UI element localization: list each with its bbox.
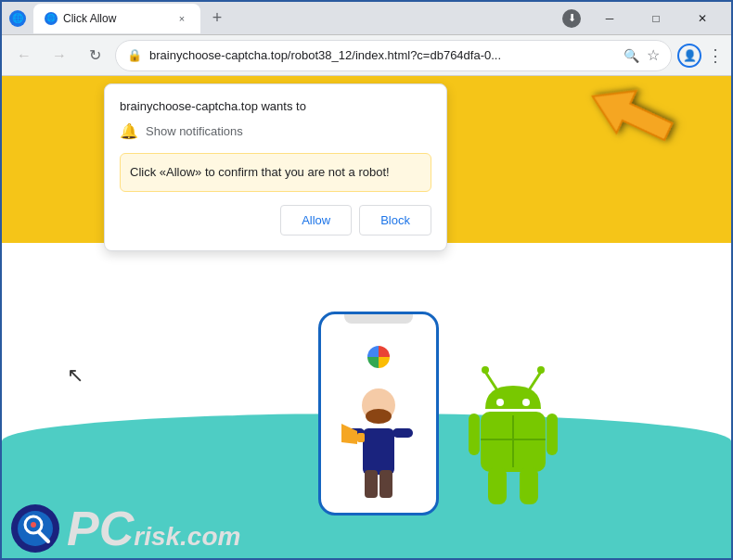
new-tab-button[interactable]: + [204, 6, 230, 32]
phone-illustration [318, 312, 439, 515]
svg-rect-19 [488, 467, 507, 504]
risk-text: risk.com [134, 522, 240, 551]
popup-buttons: Allow Block [120, 205, 431, 235]
android-robot-svg [467, 358, 559, 515]
window-icon: 🌐 [9, 10, 26, 27]
svg-rect-20 [520, 467, 538, 504]
tab-title: Click Allow [63, 12, 169, 25]
refresh-button[interactable]: ↻ [80, 41, 109, 70]
svg-rect-8 [365, 470, 378, 498]
svg-rect-3 [363, 428, 394, 475]
svg-point-14 [496, 399, 504, 406]
svg-rect-17 [469, 414, 480, 455]
phone-frame [318, 312, 439, 515]
pcrisk-logo-area: PCrisk.com [11, 504, 240, 553]
show-notifications-label: Show notifications [146, 124, 243, 138]
svg-rect-5 [392, 428, 413, 438]
notification-row: 🔔 Show notifications [120, 122, 431, 140]
svg-rect-7 [357, 433, 365, 442]
svg-line-11 [529, 372, 541, 390]
lock-icon: 🔒 [127, 48, 142, 62]
maximize-button[interactable]: □ [635, 4, 677, 33]
svg-point-12 [482, 366, 489, 374]
address-input[interactable]: 🔒 brainychoose-captcha.top/robot38_12/in… [115, 40, 672, 71]
bookmark-icon[interactable]: ☆ [647, 46, 660, 64]
search-icon[interactable]: 🔍 [624, 48, 639, 63]
window-controls: ─ □ ✕ [588, 4, 724, 33]
svg-point-2 [366, 409, 392, 424]
profile-icon[interactable]: 👤 [677, 44, 701, 68]
cursor: ↖ [67, 363, 84, 388]
popup-header: brainychoose-captcha.top wants to [120, 99, 431, 113]
menu-icon[interactable]: ⋮ [707, 45, 724, 66]
svg-line-10 [485, 372, 497, 390]
allow-button[interactable]: Allow [280, 205, 352, 235]
chrome-icon [367, 346, 390, 368]
person-in-phone-svg [337, 377, 420, 507]
download-icon: ⬇ [562, 9, 581, 28]
pcrisk-icon [11, 504, 59, 553]
tab-favicon: 🌐 [45, 12, 58, 25]
tab-close-button[interactable]: × [174, 11, 189, 26]
notification-popup: brainychoose-captcha.top wants to 🔔 Show… [104, 83, 447, 251]
svg-point-27 [31, 522, 36, 528]
minimize-button[interactable]: ─ [588, 4, 631, 33]
browser-content: brainychoose-captcha.top wants to 🔔 Show… [2, 76, 731, 560]
block-button[interactable]: Block [359, 205, 431, 235]
popup-message: Click «Allow» to confirm that you are no… [120, 153, 431, 192]
active-tab[interactable]: 🌐 Click Allow × [33, 4, 200, 33]
url-text: brainychoose-captcha.top/robot38_12/inde… [149, 48, 612, 62]
pc-text: PC [67, 502, 134, 555]
svg-marker-6 [341, 424, 357, 444]
back-button[interactable]: ← [9, 41, 39, 70]
phone-top-bar [344, 314, 413, 324]
svg-marker-0 [583, 76, 678, 153]
bell-icon: 🔔 [120, 122, 138, 140]
address-bar: ← → ↻ 🔒 brainychoose-captcha.top/robot38… [2, 35, 731, 76]
title-bar: 🌐 🌐 Click Allow × + ⬇ ─ □ ✕ [2, 2, 731, 35]
forward-button[interactable]: → [45, 41, 74, 70]
svg-rect-9 [379, 470, 392, 498]
svg-rect-18 [547, 414, 558, 455]
close-button[interactable]: ✕ [681, 4, 724, 33]
pcrisk-text: PCrisk.com [67, 504, 240, 553]
tab-bar: 🌐 Click Allow × + [33, 4, 555, 33]
svg-point-15 [522, 399, 530, 406]
svg-point-13 [537, 366, 545, 374]
